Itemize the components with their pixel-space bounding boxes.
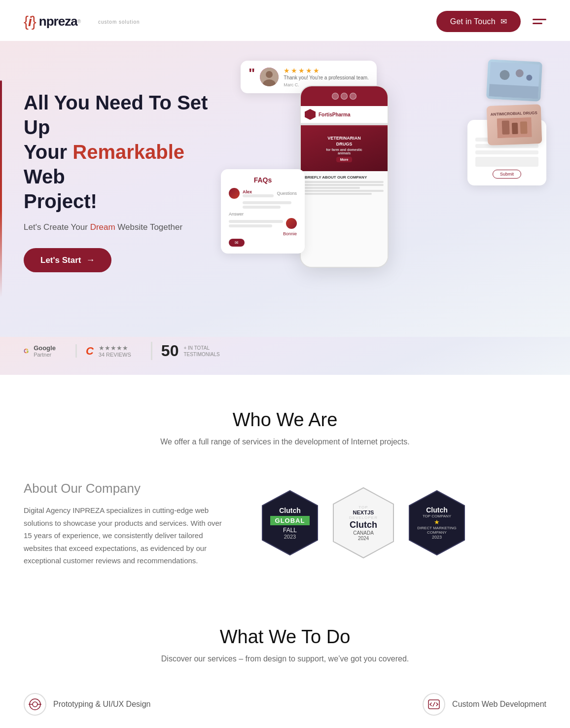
- google-partner-logo: G: [24, 347, 29, 355]
- phone-dot-2: [341, 93, 348, 100]
- faq-ans-line-2: [229, 224, 272, 227]
- badge-top-label: TOP: [349, 505, 378, 510]
- prototyping-icon: [24, 693, 46, 716]
- mail-icon: ✉: [500, 17, 507, 26]
- badge-fall-label: FALL: [270, 527, 310, 534]
- clutch-stat: C ★★★★★ 34 REVIEWS: [75, 344, 131, 358]
- service-item-design: Prototyping & UI/UX Design: [24, 693, 150, 716]
- svg-line-23: [436, 704, 438, 706]
- lets-start-button[interactable]: Let's Start →: [24, 248, 111, 272]
- badge-clutch-lg: Clutch: [349, 520, 378, 530]
- google-label: Google: [34, 344, 56, 352]
- phone-text-1: [305, 181, 384, 183]
- who-title: Who We Are: [24, 409, 546, 431]
- phone-text-2: [305, 184, 384, 186]
- total-number: 50: [161, 342, 179, 360]
- badge-nextjs-label: NEXTJS: [349, 510, 378, 515]
- svg-point-1: [266, 71, 273, 78]
- clutch-stars: ★★★★★: [99, 344, 131, 352]
- who-subtitle: We offer a full range of services in the…: [24, 437, 546, 446]
- design-label: Prototyping & UI/UX Design: [53, 700, 150, 709]
- service-item-dev: Custom Web Development: [423, 693, 546, 716]
- photo-card-2: ANTIMICROBIAL DRUGS: [487, 104, 542, 146]
- contact-submit-btn[interactable]: Submit: [493, 170, 521, 179]
- faq-answer-label: Answer: [229, 212, 297, 217]
- about-section: About Our Company Digital Agency INPREZA…: [0, 471, 570, 592]
- contact-field-3: [475, 150, 538, 154]
- phone-hero-image: VETERINARIANDRUGS for farm and domestica…: [301, 127, 388, 171]
- badge-clutch-3: Clutch: [412, 506, 462, 514]
- google-g: G: [24, 347, 29, 355]
- get-in-touch-label: Get in Touch: [450, 17, 496, 26]
- logo-bracket-close: }: [32, 13, 36, 30]
- what-subtitle: Discover our services – from design to s…: [24, 655, 546, 663]
- logo-i: i: [28, 14, 32, 30]
- phone-text-4: [305, 190, 384, 192]
- hero-right: " ★★★★★ Thank you! You're a professional…: [221, 61, 546, 307]
- faq-submit-btn[interactable]: ✉: [229, 239, 245, 247]
- review-avatar: [260, 68, 279, 86]
- testimonials-stat: 50 + IN TOTAL TESTIMONIALS: [151, 342, 220, 360]
- hero-subtitle: Let's Create Your Dream Website Together: [24, 222, 211, 232]
- clutch-c-icon: C: [86, 345, 94, 358]
- logo-bracket-open: {: [24, 13, 28, 30]
- faq-user-label: Alex: [243, 189, 274, 194]
- logo-registered: ®: [77, 19, 80, 24]
- get-in-touch-button[interactable]: Get in Touch ✉: [436, 11, 521, 32]
- hero-content: All You Need To Set Up Your Remarkable W…: [24, 61, 546, 307]
- menu-line-2: [533, 23, 542, 24]
- phone-dot-1: [332, 93, 339, 100]
- faq-avatar-alex: [229, 188, 240, 199]
- badge-year-3: 2023: [412, 535, 462, 540]
- badge-direct-label: Direct Marketing Company: [412, 526, 462, 535]
- hero-section: All You Need To Set Up Your Remarkable W…: [0, 41, 570, 337]
- logo[interactable]: { i } npreza ® custom solution: [24, 13, 140, 30]
- badge-clutch-direct: Clutch TOP COMPANY ★ Direct Marketing Co…: [407, 489, 466, 557]
- what-title: What We To Do: [24, 626, 546, 648]
- badge-global-banner: GLOBAL: [270, 516, 310, 525]
- badge-canada-label: CANADA: [349, 530, 378, 536]
- phone-more-btn[interactable]: More: [336, 157, 353, 162]
- phone-text-3: [305, 187, 360, 189]
- menu-icon[interactable]: [533, 19, 546, 24]
- badge-clutch-global: Clutch GLOBAL FALL 2023: [260, 489, 320, 557]
- badge-year-1: 2023: [270, 534, 310, 540]
- faq-line-1: [243, 194, 274, 197]
- total-text: + IN TOTAL TESTIMONIALS: [183, 345, 219, 358]
- phone-header-bar: [301, 86, 388, 106]
- arrow-right-icon: →: [86, 255, 95, 265]
- svg-line-21: [430, 704, 431, 706]
- menu-line-1: [533, 19, 546, 20]
- faq-answer-lines: [229, 220, 283, 227]
- phone-brand-name: FortisPharma: [319, 112, 350, 117]
- hero-highlight: Remarkable: [72, 141, 184, 163]
- faq-line-2: [243, 201, 291, 204]
- faq-card: FAQs Alex Questions Answer: [221, 169, 305, 254]
- badge-direct-content: Clutch TOP COMPANY ★ Direct Marketing Co…: [407, 501, 466, 545]
- about-left: About Our Company Digital Agency INPREZA…: [24, 481, 231, 567]
- badge-star-icon: ★: [412, 518, 462, 526]
- svg-line-24: [433, 702, 435, 706]
- faq-questions-label: Questions: [277, 191, 297, 196]
- faq-line-3: [243, 206, 281, 209]
- dream-highlight: Dream: [90, 222, 115, 232]
- faq-row-1: Alex Questions: [229, 188, 297, 199]
- badge-developer-label: DEVELOPER: [349, 515, 378, 520]
- faq-lines: [243, 201, 297, 209]
- badge-clutch-label: Clutch: [270, 507, 310, 514]
- review-text: Thank you! You're a professional team.: [284, 74, 369, 81]
- about-title: About Our Company: [24, 481, 231, 496]
- phone-dot-3: [350, 93, 356, 100]
- photo-label-2: ANTIMICROBIAL DRUGS: [491, 110, 538, 139]
- contact-field-message: [475, 157, 538, 167]
- left-accent-bar: [0, 80, 2, 297]
- faq-user2-label: Bonnie: [229, 231, 297, 236]
- web-dev-icon: [423, 693, 445, 716]
- badge-global-content: Clutch GLOBAL FALL 2023: [265, 502, 315, 545]
- svg-rect-10: [512, 122, 518, 134]
- stats-bar: G Google Partner C ★★★★★ 34 REVIEWS 50 +…: [0, 337, 570, 375]
- lets-start-label: Let's Start: [40, 255, 81, 265]
- dev-label: Custom Web Development: [452, 700, 546, 709]
- faq-avatar-bonnie: [286, 218, 297, 229]
- google-partner-label: Partner: [34, 352, 56, 358]
